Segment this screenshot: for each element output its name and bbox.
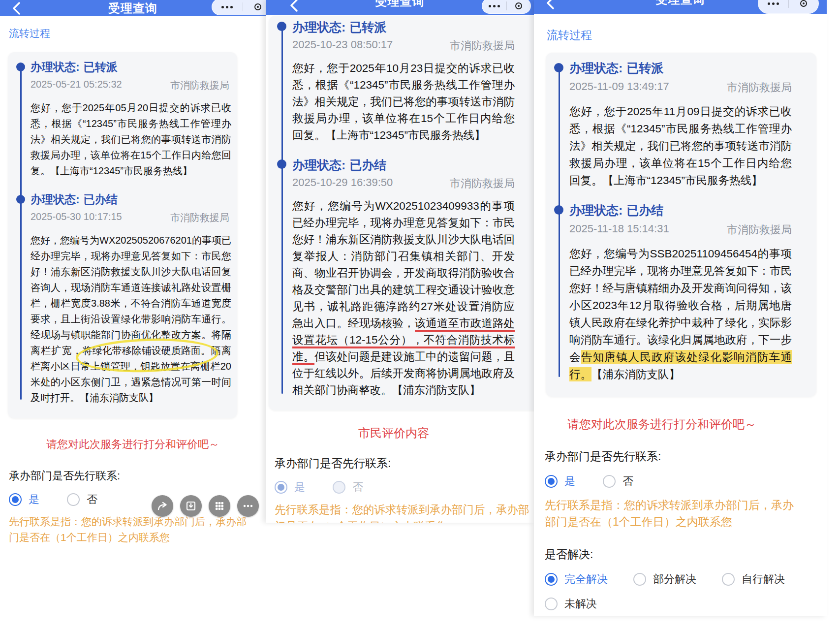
status-message-text: 您好，您于2025年10月23日提交的诉求已收悉，根据《“12345”市民服务热… [292,62,515,141]
status-label: 办理状态: [292,20,345,34]
contact-question: 承办部门是否先行联系: [9,469,266,483]
status-label: 办理状态: [31,61,80,73]
status-value: 已转派 [626,61,663,75]
ellipsis-icon [242,500,254,512]
contact-question: 承办部门是否先行联系: [275,456,534,471]
timeline-dot-icon [277,159,286,169]
section-title-flow-process: 流转过程 [9,27,266,40]
screenshot-collage: 受理查询 流转过程 办理状态:已转派 2025-05-21 05:25:32 市… [0,0,840,630]
status-datetime: 2025-05-21 05:25:32 [31,79,122,92]
status-message-text: 【浦东消防支队】 [591,368,680,380]
timeline-item: 办理状态:已办结 2025-10-29 16:39:50 市消防救援局 您好，您… [292,158,534,399]
resolve-question: 是否解决: [545,547,827,562]
status-department: 市消防救援局 [450,176,515,191]
status-meta: 2025-10-29 16:39:50 市消防救援局 [292,176,515,191]
status-datetime: 2025-11-09 13:49:17 [569,80,669,95]
share-icon [156,500,168,512]
contact-radio-group: 是 否 [545,474,827,489]
timeline-item: 办理状态:已转派 2025-05-21 05:25:32 市消防救援局 您好，您… [31,60,230,179]
floating-action-buttons [152,495,259,517]
timeline-card: 办理状态:已转派 2025-10-23 08:50:17 市消防救援局 您好，您… [269,16,534,410]
radio-unresolved[interactable] [545,598,558,610]
more-menu-button[interactable] [758,0,788,13]
status-message-text: 您好，您编号为WX20251023409933的事项已经办理完毕，现将办理意见答… [292,200,515,329]
timeline-item: 办理状态:已办结 2025-11-18 15:14:31 市消防救援局 您好，您… [569,203,809,383]
status-meta: 2025-10-23 08:50:17 市消防救援局 [292,38,515,53]
timeline-item: 办理状态:已转派 2025-11-09 13:49:17 市消防救援局 您好，您… [569,61,809,189]
status-row: 办理状态:已转派 [292,20,534,34]
phone-screenshot-right: 受理查询 流转过程 办理状态:已转派 2025-11-09 13:49:17 市… [534,0,827,616]
status-row: 办理状态:已办结 [292,158,534,172]
nav-bar: 受理查询 [266,0,534,15]
status-datetime: 2025-11-18 15:14:31 [569,222,669,237]
contact-note: 先行联系是指：您的诉求转派到承办部门后，承办部门是否在（1个工作日）之内联系您 [275,502,531,523]
status-message-text: 您好，您编号为SSB20251109456454的事项已经办理完毕，现将办理意见… [569,248,792,363]
radio-unresolved-label: 未解决 [564,597,597,611]
radio-no[interactable] [67,493,80,506]
status-meta: 2025-11-18 15:14:31 市消防救援局 [569,222,792,237]
status-message-text: 您好，您于2025年05月20日提交的诉求已收悉，根据《“12345”市民服务热… [31,102,231,176]
radio-yes-label: 是 [564,474,575,489]
radio-yes[interactable] [275,481,287,494]
close-target-button[interactable] [789,0,819,13]
radio-yes-label: 是 [294,480,305,495]
miniapp-capsule [758,0,819,14]
status-message: 您好，您编号为SSB20251109456454的事项已经办理完毕，现将办理意见… [569,245,792,383]
status-message: 您好，您于2025年10月23日提交的诉求已收悉，根据《“12345”市民服务热… [292,60,515,144]
close-target-button[interactable] [507,0,531,13]
target-icon [254,3,261,10]
status-label: 办理状态: [31,193,80,206]
status-value: 已办结 [84,193,118,206]
status-value: 已转派 [84,61,118,73]
close-target-button[interactable] [243,0,266,15]
status-row: 办理状态:已转派 [31,60,230,74]
status-department: 市消防救援局 [170,211,229,224]
yellow-circle-annotation: 将绿化带移除铺设硬质路面。 [83,343,211,358]
radio-yes[interactable] [545,475,558,488]
save-button[interactable] [180,495,202,517]
radio-yes[interactable] [9,493,22,506]
resolve-radio-group-row2: 未解决 [545,597,827,611]
resolve-radio-group: 完全解决 部分解决 自行解决 [545,572,827,587]
status-datetime: 2025-05-30 10:17:15 [31,211,122,224]
timeline-dot-icon [554,63,563,72]
phone-screenshot-middle: 受理查询 办理状态:已转派 2025-10-23 08:50:17 市消防救援局… [266,0,534,523]
apps-button[interactable] [209,495,230,517]
radio-no[interactable] [603,475,616,488]
radio-self-resolved-label: 自行解决 [742,572,785,587]
timeline-card: 办理状态:已转派 2025-05-21 05:25:32 市消防救援局 您好，您… [8,52,237,418]
nav-bar: 受理查询 [534,0,827,14]
share-button[interactable] [152,495,173,517]
radio-no[interactable] [333,481,345,494]
contact-radio-group: 是 否 [275,480,534,495]
status-message: 您好，您编号为WX20250520676201的事项已经办理完毕，现将办理意见答… [31,232,231,406]
status-department: 市消防救援局 [170,79,229,92]
radio-partially-resolved-label: 部分解决 [653,572,696,587]
radio-partially-resolved[interactable] [633,573,646,586]
status-department: 市消防救援局 [727,80,792,95]
radio-fully-resolved[interactable] [545,573,558,586]
miniapp-capsule [482,0,531,14]
status-meta: 2025-11-09 13:49:17 市消防救援局 [569,80,792,95]
status-message: 您好，您编号为WX20251023409933的事项已经办理完毕，现将办理意见答… [292,198,515,399]
more-menu-button[interactable] [482,0,506,13]
radio-fully-resolved-label: 完全解决 [564,572,608,587]
status-meta: 2025-05-30 10:17:15 市消防救援局 [31,211,229,224]
contact-note: 先行联系是指：您的诉求转派到承办部门后，承办部门是否在（1个工作日）之内联系您 [9,514,251,545]
status-meta: 2025-05-21 05:25:32 市消防救援局 [31,79,229,92]
radio-no-label: 否 [87,492,97,507]
status-datetime: 2025-10-23 08:50:17 [292,38,393,53]
timeline-item: 办理状态:已转派 2025-10-23 08:50:17 市消防救援局 您好，您… [292,20,534,144]
timeline-card: 办理状态:已转派 2025-11-09 13:49:17 市消防救援局 您好，您… [546,53,816,397]
status-label: 办理状态: [292,158,345,172]
status-message: 您好，您于2025年05月20日提交的诉求已收悉，根据《“12345”市民服务热… [31,100,231,179]
more-menu-button[interactable] [212,0,243,15]
radio-self-resolved[interactable] [722,573,735,586]
status-message-text: 但该处问题是建设施工中的遗留问题，且位于红线以外。后续开发商将协调属地政府及相关… [292,350,515,396]
more-button[interactable] [237,495,259,517]
contact-question: 承办部门是否先行联系: [545,449,827,464]
status-datetime: 2025-10-29 16:39:50 [292,176,393,191]
rating-prompt: 请您对此次服务进行打分和评价吧～ [534,416,790,432]
timeline-item: 办理状态:已办结 2025-05-30 10:17:15 市消防救援局 您好，您… [31,192,230,406]
status-department: 市消防救援局 [450,38,515,53]
